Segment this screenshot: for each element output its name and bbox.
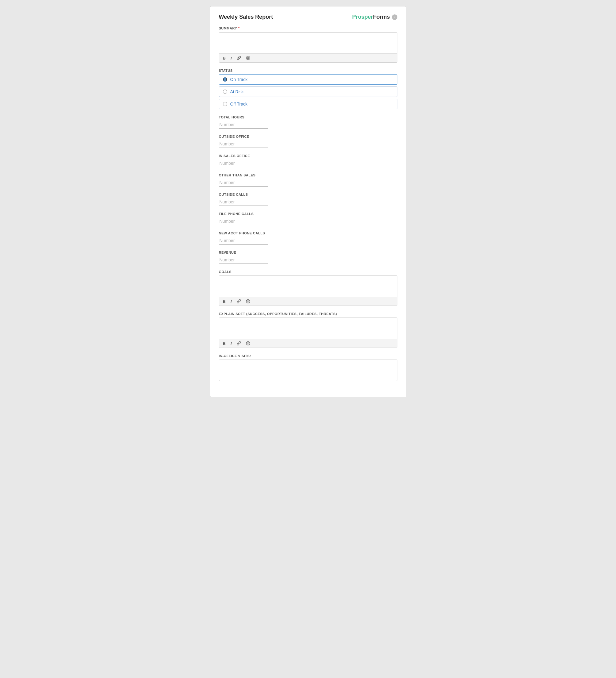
goals-input[interactable] (219, 276, 397, 295)
explain-soft-italic-button[interactable]: I (229, 341, 233, 346)
in-sales-office-input[interactable] (219, 159, 268, 167)
other-than-sales-wrapper (219, 179, 397, 187)
file-phone-calls-label: FILE PHONE CALLS (219, 212, 397, 216)
total-hours-label: TOTAL HOURS (219, 115, 397, 119)
status-section: STATUS On Track At Risk Off Track (219, 69, 397, 109)
file-phone-calls-wrapper (219, 218, 397, 225)
in-office-visits-wrapper (219, 360, 397, 381)
goals-italic-button[interactable]: I (229, 299, 233, 304)
goals-emoji-button[interactable] (245, 299, 251, 304)
file-phone-calls-section: FILE PHONE CALLS (219, 212, 397, 225)
status-at-risk-radio[interactable] (223, 89, 227, 94)
total-hours-wrapper (219, 121, 397, 128)
explain-soft-link-button[interactable] (236, 341, 242, 346)
status-off-track-option[interactable]: Off Track (219, 99, 397, 109)
outside-office-input[interactable] (219, 140, 268, 148)
in-sales-office-wrapper (219, 159, 397, 167)
new-acct-phone-calls-input[interactable] (219, 237, 268, 244)
goals-link-button[interactable] (236, 299, 242, 304)
status-on-track-option[interactable]: On Track (219, 74, 397, 85)
revenue-wrapper (219, 256, 397, 264)
explain-soft-input[interactable] (219, 318, 397, 337)
required-indicator: * (238, 26, 240, 30)
form-header: Weekly Sales Report Prosper Forms × (219, 14, 397, 20)
status-on-track-label[interactable]: On Track (230, 77, 248, 82)
brand-prosper: Prosper (352, 14, 373, 20)
explain-soft-rich-text-wrapper: B I (219, 317, 397, 348)
summary-link-button[interactable] (236, 55, 242, 61)
summary-input[interactable] (219, 33, 397, 52)
outside-calls-label: OUTSIDE CALLS (219, 193, 397, 196)
summary-label: SUMMARY * (219, 26, 397, 30)
other-than-sales-input[interactable] (219, 179, 268, 187)
other-than-sales-section: OTHER THAN SALES (219, 173, 397, 187)
svg-point-0 (246, 56, 250, 60)
explain-soft-emoji-button[interactable] (245, 341, 251, 346)
in-office-visits-section: IN-OFFICE VISITS: (219, 354, 397, 381)
form-title: Weekly Sales Report (219, 14, 273, 20)
status-off-track-label[interactable]: Off Track (230, 102, 248, 107)
goals-section: GOALS B I (219, 270, 397, 306)
new-acct-phone-calls-label: NEW ACCT PHONE CALLS (219, 231, 397, 235)
total-hours-input[interactable] (219, 121, 268, 128)
goals-rich-text-wrapper: B I (219, 275, 397, 306)
summary-toolbar: B I (219, 53, 397, 62)
revenue-input[interactable] (219, 256, 268, 264)
summary-section: SUMMARY * B I (219, 26, 397, 63)
revenue-label: REVENUE (219, 251, 397, 254)
other-than-sales-label: OTHER THAN SALES (219, 173, 397, 177)
new-acct-phone-calls-section: NEW ACCT PHONE CALLS (219, 231, 397, 244)
in-office-visits-input[interactable] (219, 360, 397, 379)
explain-soft-section: EXPLAIN SOFT (SUCCESS, OPPORTUNITIES, FA… (219, 312, 397, 348)
summary-emoji-button[interactable] (245, 55, 251, 61)
goals-bold-button[interactable]: B (222, 299, 227, 304)
outside-office-label: OUTSIDE OFFICE (219, 135, 397, 138)
outside-office-wrapper (219, 140, 397, 148)
brand-logo: Prosper Forms (352, 14, 390, 20)
goals-toolbar: B I (219, 297, 397, 306)
logo-close-wrapper: Prosper Forms × (352, 14, 397, 20)
close-button[interactable]: × (392, 14, 397, 20)
file-phone-calls-input[interactable] (219, 218, 268, 225)
outside-calls-input[interactable] (219, 198, 268, 206)
status-on-track-radio[interactable] (223, 77, 227, 82)
outside-calls-wrapper (219, 198, 397, 206)
status-label: STATUS (219, 69, 397, 72)
outside-calls-section: OUTSIDE CALLS (219, 193, 397, 206)
svg-point-3 (246, 299, 250, 303)
explain-soft-label: EXPLAIN SOFT (SUCCESS, OPPORTUNITIES, FA… (219, 312, 397, 316)
new-acct-phone-calls-wrapper (219, 237, 397, 244)
status-off-track-radio[interactable] (223, 102, 227, 106)
in-sales-office-section: IN SALES OFFICE (219, 154, 397, 167)
revenue-section: REVENUE (219, 251, 397, 264)
summary-rich-text-wrapper: B I (219, 32, 397, 63)
brand-forms: Forms (373, 14, 390, 20)
in-office-visits-label: IN-OFFICE VISITS: (219, 354, 397, 358)
goals-label: GOALS (219, 270, 397, 274)
status-at-risk-label[interactable]: At Risk (230, 89, 244, 94)
svg-point-6 (246, 341, 250, 345)
summary-bold-button[interactable]: B (222, 55, 227, 61)
total-hours-section: TOTAL HOURS (219, 115, 397, 128)
form-container: Weekly Sales Report Prosper Forms × SUMM… (210, 6, 406, 397)
outside-office-section: OUTSIDE OFFICE (219, 135, 397, 148)
in-sales-office-label: IN SALES OFFICE (219, 154, 397, 158)
explain-soft-toolbar: B I (219, 339, 397, 348)
summary-italic-button[interactable]: I (229, 55, 233, 61)
status-at-risk-option[interactable]: At Risk (219, 86, 397, 97)
explain-soft-bold-button[interactable]: B (222, 341, 227, 346)
